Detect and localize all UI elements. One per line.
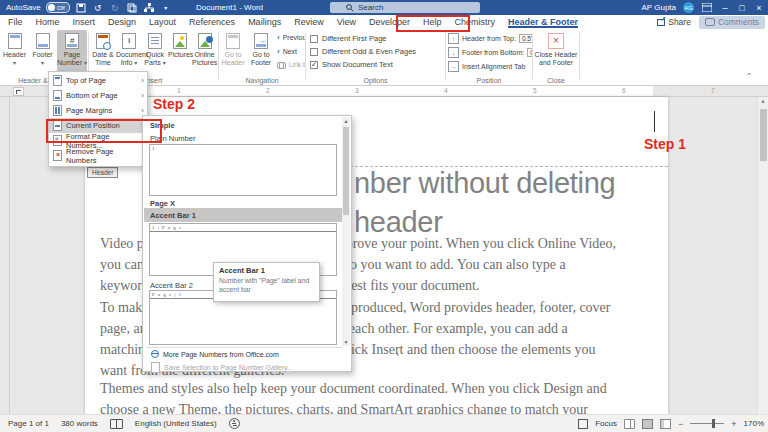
tab-chemistry[interactable]: Chemistry [455,17,496,27]
menu-item-label: Top of Page [66,76,106,85]
tab-layout[interactable]: Layout [149,17,176,27]
page-info[interactable]: Page 1 of 1 [8,419,49,428]
previous-button[interactable]: ‹ Previous [277,33,305,42]
tab-design[interactable]: Design [108,17,136,27]
share-icon [657,18,665,26]
page-number-button[interactable]: Page Number ▾ [57,30,87,74]
vertical-ruler[interactable] [0,97,10,414]
checkbox-different-first-page[interactable]: Different First Page [310,34,386,43]
tab-help[interactable]: Help [423,17,442,27]
tab-header-footer[interactable]: Header & Footer [508,17,578,28]
save-selection-link[interactable]: Save Selection to Page Number Gallery... [151,362,293,373]
gallery-scrollbar[interactable]: ▲ ▼ [342,117,350,346]
avatar[interactable]: AG [683,2,694,13]
tab-review[interactable]: Review [294,17,324,27]
tab-view[interactable]: View [337,17,356,27]
copy-icon[interactable] [126,2,138,14]
menu-item-bottom-of-page[interactable]: Bottom of Page› [49,88,147,103]
zoom-level[interactable]: 170% [744,419,764,428]
gallery-scroll-down-icon[interactable]: ▼ [342,339,350,345]
gallery-preview-plain-number[interactable]: 1 [149,144,337,196]
checkbox-icon[interactable] [310,35,318,43]
user-name[interactable]: AP Gupta [641,3,676,12]
link-icon [277,62,286,68]
quick-parts-button[interactable]: Quick Parts ▾ [142,30,168,74]
zoom-out-button[interactable]: − [678,419,683,429]
checkbox-icon[interactable]: ✓ [310,61,318,69]
scrollbar-thumb[interactable] [760,109,767,161]
scroll-up-icon[interactable]: ▲ [758,98,768,104]
zoom-slider-thumb[interactable] [712,419,715,428]
zoom-slider[interactable] [690,423,724,424]
tab-insert[interactable]: Insert [73,17,96,27]
header-from-top-input[interactable]: 0.5" [519,34,532,43]
date-time-icon [96,33,110,49]
footer-from-bottom-icon: ↓ [448,47,459,58]
close-header-footer-button[interactable]: × Close Header and Footer [534,30,578,74]
word-count[interactable]: 380 words [61,419,98,428]
header-button[interactable]: Header▾ [1,30,28,74]
footer-button[interactable]: Footer▾ [29,30,56,74]
gallery-item-accent-bar-2[interactable]: Accent Bar 2 [150,281,193,290]
text-cursor [654,111,655,132]
print-layout-icon[interactable] [642,419,653,429]
save-icon[interactable] [75,2,87,14]
tab-mailings[interactable]: Mailings [248,17,281,27]
web-layout-icon[interactable] [660,419,671,429]
menu-item-remove-page-numbers[interactable]: Remove Page Numbers [49,148,147,163]
read-mode-icon[interactable] [624,419,635,429]
minimize-button[interactable]: – [720,3,730,13]
redo-icon[interactable]: ↻ [109,2,121,14]
gallery-scrollbar-thumb[interactable] [343,127,349,215]
next-button[interactable]: › Next [277,47,297,56]
go-to-header-button[interactable]: Go to Header [219,30,247,74]
comments-button[interactable]: Comments [699,16,765,29]
checkbox-different-odd-even-pages[interactable]: Different Odd & Even Pages [310,47,416,56]
accessibility-icon[interactable] [229,418,240,429]
gallery-scroll-up-icon[interactable]: ▲ [342,118,350,124]
ruler-number: 4 [444,87,448,94]
gallery-item-plain-number[interactable]: Plain Number [150,134,195,143]
gallery-item-accent-bar-1[interactable]: Accent Bar 1 [150,211,196,220]
word-window: AutoSave Off ↺ ↻ ▾ Document1 - Word Sear… [0,0,768,432]
menu-item-top-of-page[interactable]: Top of Page› [49,73,147,88]
vertical-scrollbar[interactable]: ▲ [757,97,768,414]
focus-label[interactable]: Focus [595,419,617,428]
group-close: × Close Header and Footer Close [533,29,579,85]
online-pictures-button[interactable]: Online Pictures [192,30,217,74]
share-button[interactable]: Share [657,17,691,27]
proofing-icon[interactable] [110,419,123,429]
online-pictures-icon [198,33,212,49]
zoom-in-button[interactable]: + [731,419,736,429]
document-info-button[interactable]: Document Info ▾ [116,30,142,74]
undo-icon[interactable]: ↺ [92,2,104,14]
close-button[interactable]: × [754,3,764,13]
ruler-number: 6 [622,87,626,94]
date-time-button[interactable]: Date & Time [90,30,116,74]
ruler-number: 3 [355,87,359,94]
collapse-ribbon-icon[interactable]: › [744,73,754,76]
menu-item-page-margins[interactable]: Page Margins› [49,103,147,118]
language-status[interactable]: English (United States) [135,419,217,428]
menu-item-label: Current Position [66,121,120,130]
ribbon-display-options-icon[interactable] [701,2,713,14]
tab-selector[interactable] [13,87,24,96]
submenu-chevron-icon: › [141,76,144,85]
tab-home[interactable]: Home [36,17,60,27]
autosave-toggle[interactable]: Off [46,2,70,13]
go-to-footer-button[interactable]: Go to Footer [247,30,275,74]
checkbox-icon[interactable] [310,48,318,56]
tab-developer[interactable]: Developer [369,17,410,27]
insert-alignment-tab-button[interactable]: → Insert Alignment Tab [448,61,525,72]
close-header-footer-icon: × [548,33,564,49]
link-to-previous-button[interactable]: Link to Previous [277,61,305,68]
quick-access-dropdown-icon[interactable]: ▾ [160,2,172,14]
pictures-button[interactable]: Pictures [168,30,192,74]
checkbox-show-document-text[interactable]: ✓Show Document Text [310,60,393,69]
tab-file[interactable]: File [8,17,23,27]
org-chart-icon[interactable] [143,2,155,14]
restore-button[interactable]: □ [737,3,747,13]
more-page-numbers-link[interactable]: More Page Numbers from Office.com › [151,350,279,358]
search-input[interactable]: Search [330,2,480,13]
tab-references[interactable]: References [189,17,235,27]
